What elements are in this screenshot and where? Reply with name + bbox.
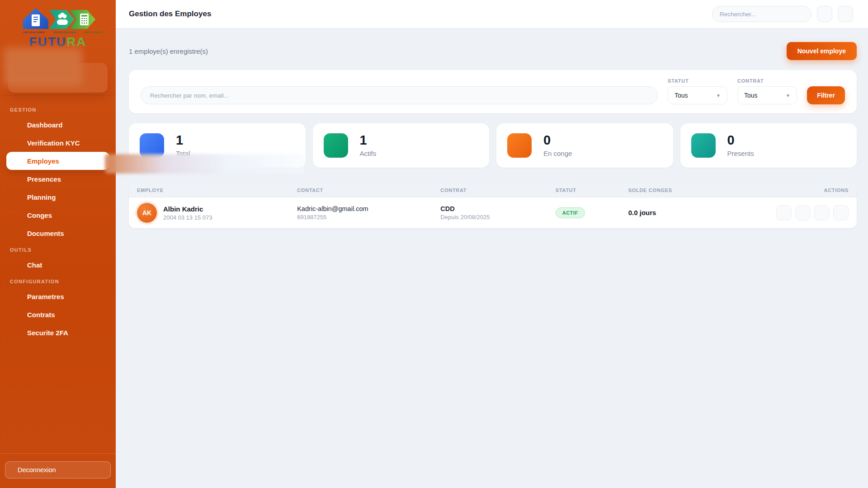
nav-section-outils: OUTILS xyxy=(0,247,116,253)
stat-label-presents: Presents xyxy=(727,150,754,157)
sidebar-footer: Deconnexion xyxy=(0,453,116,488)
main-area: Gestion des Employes 1 employe(s) enregi… xyxy=(116,0,868,488)
header-employe: EMPLOYE xyxy=(129,188,289,193)
toolbar-row: 1 employe(s) enregistre(s) Nouvel employ… xyxy=(129,42,857,60)
brand-name-secondary: RA xyxy=(66,35,86,49)
contrat-filter-group: CONTRAT Tous ▼ xyxy=(737,78,797,104)
brand-name-primary: FUTU xyxy=(29,35,66,49)
content: 1 employe(s) enregistre(s) Nouvel employ… xyxy=(116,42,868,228)
caption-personnel: GESTION PERSONNEL xyxy=(53,32,76,33)
new-employee-button[interactable]: Nouvel employe xyxy=(787,42,857,60)
stat-card-presents: 0 Presents xyxy=(680,123,857,168)
chevron-down-icon: ▼ xyxy=(786,93,790,98)
header-contrat: CONTRAT xyxy=(432,188,547,193)
contrat-select[interactable]: Tous ▼ xyxy=(737,86,797,104)
employee-id: 2004 03 13 15 073 xyxy=(163,214,212,221)
caption-compta: GESTION COMPTA xyxy=(84,32,103,33)
sidebar-item-parametres[interactable]: Parametres xyxy=(6,287,109,305)
row-action-button-4[interactable] xyxy=(833,205,849,221)
stat-value-total: 1 xyxy=(176,134,190,147)
actifs-stat-icon xyxy=(324,133,348,158)
header-solde-conges: SOLDE CONGES xyxy=(620,188,754,193)
stats-row: 1 Total 1 Actifs 0 En conge xyxy=(129,123,857,168)
brand-logo-mark xyxy=(19,5,96,31)
caption-document: GESTION DOCUMENT xyxy=(23,32,45,33)
header-actions: ACTIONS xyxy=(753,188,857,193)
total-stat-icon xyxy=(140,133,164,158)
contract-since: Depuis 20/08/2025 xyxy=(440,214,547,221)
statut-filter-group: STATUT Tous ▼ xyxy=(668,78,727,104)
stat-card-total: 1 Total xyxy=(129,123,306,168)
status-badge: ACTIF xyxy=(556,207,585,218)
leave-balance: 0.0 jours xyxy=(628,209,656,216)
stat-label-total: Total xyxy=(176,150,190,157)
sidebar-nav: GESTION Dashboard Verification KYC Emplo… xyxy=(0,107,116,342)
sidebar: GESTION DOCUMENT GESTION PERSONNEL GESTI… xyxy=(0,0,116,488)
header-contact: CONTACT xyxy=(289,188,432,193)
logout-button[interactable]: Deconnexion xyxy=(5,461,111,479)
sidebar-item-contrats[interactable]: Contrats xyxy=(6,305,109,324)
topbar-icon-button-2[interactable] xyxy=(838,6,853,22)
row-action-button-2[interactable] xyxy=(795,205,811,221)
sidebar-item-securite-2fa[interactable]: Securite 2FA xyxy=(6,324,109,342)
page-title: Gestion des Employes xyxy=(129,9,211,19)
nav-section-gestion: GESTION xyxy=(0,107,116,113)
filter-submit-button[interactable]: Filtrer xyxy=(807,86,845,104)
statut-label: STATUT xyxy=(668,78,727,84)
sidebar-item-chat[interactable]: Chat xyxy=(6,256,109,274)
employee-phone: 691887255 xyxy=(297,214,432,221)
employee-count-text: 1 employe(s) enregistre(s) xyxy=(129,47,208,55)
topbar: Gestion des Employes xyxy=(116,0,868,28)
stat-value-en-conge: 0 xyxy=(543,134,572,147)
topbar-icon-button-1[interactable] xyxy=(817,6,832,22)
brand-logo: GESTION DOCUMENT GESTION PERSONNEL GESTI… xyxy=(0,0,116,49)
sidebar-item-verification-kyc[interactable]: Verification KYC xyxy=(6,134,109,152)
statut-selected-value: Tous xyxy=(675,92,688,99)
row-action-button-1[interactable] xyxy=(776,205,792,221)
brand-captions: GESTION DOCUMENT GESTION PERSONNEL GESTI… xyxy=(19,31,97,34)
employee-search-input[interactable] xyxy=(141,86,658,104)
sidebar-item-presences[interactable]: Presences xyxy=(6,170,109,188)
sidebar-item-employes[interactable]: Employes xyxy=(6,152,109,170)
contrat-selected-value: Tous xyxy=(744,92,758,99)
header-statut: STATUT xyxy=(547,188,620,193)
employee-email: Kadric-albin@gmail.com xyxy=(297,205,432,212)
table-row[interactable]: AK Albin Kadric 2004 03 13 15 073 Kadric… xyxy=(129,197,857,228)
statut-select[interactable]: Tous ▼ xyxy=(668,86,727,104)
global-search-input[interactable] xyxy=(712,6,811,22)
avatar: AK xyxy=(137,203,157,223)
stat-card-en-conge: 0 En conge xyxy=(496,123,673,168)
people-icon xyxy=(60,13,65,17)
stat-value-actifs: 1 xyxy=(360,134,377,147)
table-header-row: EMPLOYE CONTACT CONTRAT STATUT SOLDE CON… xyxy=(129,183,857,197)
stat-label-actifs: Actifs xyxy=(360,150,377,157)
user-profile-area xyxy=(0,51,116,95)
sidebar-item-documents[interactable]: Documents xyxy=(6,224,109,242)
contrat-label: CONTRAT xyxy=(737,78,797,84)
employee-name: Albin Kadric xyxy=(163,205,212,213)
row-action-button-3[interactable] xyxy=(814,205,830,221)
en-conge-stat-icon xyxy=(507,133,532,158)
contract-type: CDD xyxy=(440,205,547,212)
sidebar-divider xyxy=(0,95,116,96)
employees-table: EMPLOYE CONTACT CONTRAT STATUT SOLDE CON… xyxy=(129,183,857,228)
stat-label-en-conge: En conge xyxy=(543,150,572,157)
presents-stat-icon xyxy=(691,133,716,158)
chevron-down-icon: ▼ xyxy=(716,93,721,98)
sidebar-item-dashboard[interactable]: Dashboard xyxy=(6,116,109,134)
blur-overlay-profile xyxy=(4,47,82,86)
stat-card-actifs: 1 Actifs xyxy=(313,123,490,168)
document-icon xyxy=(32,14,40,26)
sidebar-item-conges[interactable]: Conges xyxy=(6,206,109,224)
sidebar-item-planning[interactable]: Planning xyxy=(6,188,109,206)
filter-card: STATUT Tous ▼ CONTRAT Tous ▼ Filtrer xyxy=(129,70,857,113)
nav-section-configuration: CONFIGURATION xyxy=(0,279,116,284)
stat-value-presents: 0 xyxy=(727,134,754,147)
